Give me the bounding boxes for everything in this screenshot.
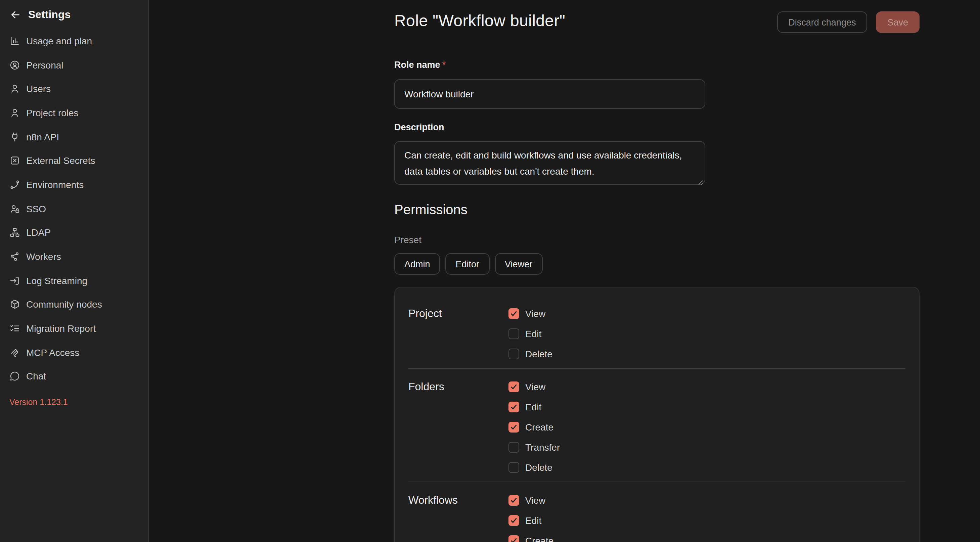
vault-x-icon: [10, 156, 20, 166]
permission-row-workflows-edit[interactable]: Edit: [509, 510, 554, 531]
permission-row-folders-edit[interactable]: Edit: [509, 397, 560, 417]
mcp-icon: [10, 347, 20, 358]
chart-column-icon: [10, 36, 20, 46]
sidebar-item-usage-and-plan[interactable]: Usage and plan: [0, 29, 148, 53]
sidebar-item-external-secrets[interactable]: External Secrets: [0, 149, 148, 173]
arrow-left-icon[interactable]: [10, 9, 21, 21]
checkbox-unchecked-icon[interactable]: [509, 462, 519, 473]
network-icon: [10, 227, 20, 238]
list-checks-icon: [10, 323, 20, 334]
sidebar-item-label: Project roles: [26, 108, 79, 118]
sidebar-item-mcp-access[interactable]: MCP Access: [0, 340, 148, 364]
share-nodes-icon: [10, 251, 20, 262]
sidebar-item-workers[interactable]: Workers: [0, 245, 148, 268]
sidebar-item-n8n-api[interactable]: n8n API: [0, 125, 148, 149]
preset-buttons: AdminEditorViewer: [394, 253, 542, 275]
preset-button-editor[interactable]: Editor: [445, 253, 490, 275]
checkbox-checked-icon[interactable]: [509, 308, 519, 319]
required-asterisk: *: [442, 60, 446, 70]
permission-label[interactable]: Transfer: [525, 442, 560, 453]
permission-label[interactable]: Edit: [525, 402, 541, 412]
checkbox-checked-icon[interactable]: [509, 381, 519, 392]
checkbox-unchecked-icon[interactable]: [509, 442, 519, 453]
sidebar-item-label: LDAP: [26, 227, 51, 238]
user-lock-icon: [10, 203, 20, 214]
sidebar-item-community-nodes[interactable]: Community nodes: [0, 292, 148, 316]
sidebar-item-chat[interactable]: Chat: [0, 364, 148, 388]
preset-button-admin[interactable]: Admin: [394, 253, 440, 275]
permission-group-project: ProjectViewEditDelete: [408, 304, 905, 369]
permission-row-folders-transfer[interactable]: Transfer: [509, 437, 560, 458]
permission-label[interactable]: Delete: [525, 462, 552, 473]
permissions-heading: Permissions: [394, 202, 468, 218]
sidebar-item-migration-report[interactable]: Migration Report: [0, 317, 148, 340]
permission-label[interactable]: Delete: [525, 348, 552, 359]
sidebar-item-environments[interactable]: Environments: [0, 173, 148, 196]
version-label: Version 1.123.1: [10, 398, 148, 407]
permission-label[interactable]: Create: [525, 422, 554, 432]
spline-icon: [10, 179, 20, 190]
log-in-icon: [10, 275, 20, 286]
permission-group-name: Folders: [408, 377, 509, 477]
permission-row-project-delete[interactable]: Delete: [509, 344, 552, 364]
role-name-input[interactable]: [394, 79, 705, 109]
main-content: Role "Workflow builder" Discard changes …: [394, 0, 920, 542]
permission-items: ViewEditCreateTransferDelete: [509, 377, 560, 477]
permission-group-name: Project: [408, 304, 509, 364]
permission-label[interactable]: Edit: [525, 328, 541, 339]
sidebar-back-header[interactable]: Settings: [0, 0, 148, 22]
description-textarea[interactable]: [394, 141, 705, 185]
sidebar-item-label: Personal: [26, 59, 64, 70]
description-label: Description: [394, 122, 444, 132]
user-icon: [10, 83, 20, 94]
sidebar-item-sso[interactable]: SSO: [0, 197, 148, 221]
app: Settings Usage and planPersonalUsersProj…: [0, 0, 980, 542]
checkbox-unchecked-icon[interactable]: [509, 328, 519, 339]
permission-label[interactable]: View: [525, 495, 546, 506]
permission-label[interactable]: View: [525, 308, 546, 319]
sidebar-title: Settings: [28, 9, 70, 21]
checkbox-checked-icon[interactable]: [509, 402, 519, 412]
chat-bubble-icon: [10, 371, 20, 382]
permission-items: ViewEditCreate: [509, 490, 554, 542]
permission-row-project-view[interactable]: View: [509, 304, 552, 324]
discard-changes-button[interactable]: Discard changes: [777, 11, 867, 33]
sidebar-item-project-roles[interactable]: Project roles: [0, 101, 148, 125]
permission-row-project-edit[interactable]: Edit: [509, 324, 552, 344]
sidebar-item-label: Usage and plan: [26, 36, 92, 46]
permission-label[interactable]: View: [525, 381, 546, 392]
sidebar-item-label: Workers: [26, 251, 61, 262]
sidebar-item-log-streaming[interactable]: Log Streaming: [0, 269, 148, 292]
permission-label[interactable]: Create: [525, 535, 554, 542]
sidebar-nav: Usage and planPersonalUsersProject roles…: [0, 29, 148, 389]
sidebar-item-personal[interactable]: Personal: [0, 53, 148, 76]
checkbox-checked-icon[interactable]: [509, 495, 519, 506]
sidebar-item-label: Chat: [26, 371, 46, 382]
checkbox-checked-icon[interactable]: [509, 515, 519, 526]
checkbox-checked-icon[interactable]: [509, 422, 519, 432]
settings-sidebar: Settings Usage and planPersonalUsersProj…: [0, 0, 149, 542]
permission-group-name: Workflows: [408, 490, 509, 542]
preset-button-viewer[interactable]: Viewer: [495, 253, 542, 275]
permission-row-workflows-view[interactable]: View: [509, 490, 554, 510]
sidebar-item-ldap[interactable]: LDAP: [0, 221, 148, 245]
permission-label[interactable]: Edit: [525, 515, 541, 526]
header-actions: Discard changes Save: [777, 11, 920, 33]
permission-row-folders-delete[interactable]: Delete: [509, 458, 560, 477]
permission-items: ViewEditDelete: [509, 304, 552, 364]
permission-row-workflows-create[interactable]: Create: [509, 531, 554, 542]
permissions-card: ProjectViewEditDeleteFoldersViewEditCrea…: [394, 287, 920, 542]
checkbox-checked-icon[interactable]: [509, 535, 519, 542]
sidebar-item-label: SSO: [26, 203, 46, 214]
permission-row-folders-view[interactable]: View: [509, 377, 560, 397]
user-icon: [10, 108, 20, 118]
permission-row-folders-create[interactable]: Create: [509, 417, 560, 437]
permission-group-folders: FoldersViewEditCreateTransferDelete: [408, 369, 905, 482]
sidebar-item-label: Community nodes: [26, 299, 102, 310]
checkbox-unchecked-icon[interactable]: [509, 348, 519, 359]
sidebar-item-users[interactable]: Users: [0, 77, 148, 101]
plug-icon: [10, 131, 20, 142]
sidebar-item-label: n8n API: [26, 131, 59, 142]
save-button[interactable]: Save: [876, 11, 920, 33]
role-name-label: Role name*: [394, 60, 445, 70]
